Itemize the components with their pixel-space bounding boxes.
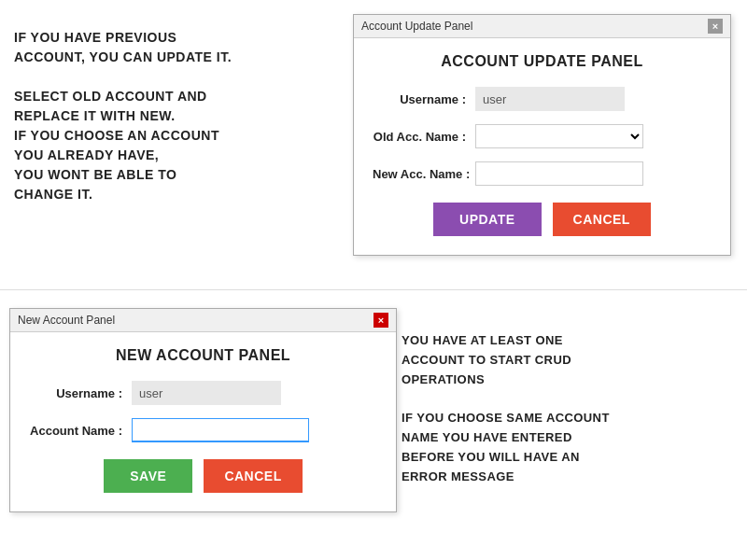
account-update-cancel-button[interactable]: CANCEL: [553, 203, 651, 236]
left-top-instructions: IF YOU HAVE PREVIOUS ACCOUNT, YOU CAN UP…: [14, 28, 350, 204]
new-panel-username-label: Username :: [29, 386, 132, 400]
account-name-label: Account Name :: [29, 424, 132, 438]
account-update-panel-close-button[interactable]: ×: [708, 19, 723, 34]
account-update-panel: Account Update Panel × ACCOUNT UPDATE PA…: [353, 14, 731, 256]
new-acc-label: New Acc. Name :: [373, 167, 475, 181]
old-acc-label: Old Acc. Name :: [373, 130, 475, 144]
account-update-panel-body: ACCOUNT UPDATE PANEL Username : user Old…: [354, 38, 730, 255]
old-acc-row: Old Acc. Name :: [373, 124, 712, 148]
new-acc-input[interactable]: [475, 161, 643, 186]
username-label: Username :: [373, 92, 475, 106]
new-account-panel-body: NEW ACCOUNT PANEL Username : user Accoun…: [10, 332, 396, 511]
new-panel-username-row: Username : user: [29, 381, 377, 405]
new-account-panel-heading: NEW ACCOUNT PANEL: [29, 347, 377, 364]
old-acc-select[interactable]: [475, 124, 643, 148]
account-update-panel-heading: ACCOUNT UPDATE PANEL: [373, 53, 712, 70]
new-account-cancel-button[interactable]: CANCEL: [204, 459, 302, 493]
account-name-row: Account Name :: [29, 418, 377, 442]
new-account-panel-titlebar: New Account Panel ×: [10, 309, 396, 332]
save-button[interactable]: SAVE: [104, 459, 192, 493]
right-bottom-instructions: YOU HAVE AT LEAST ONE ACCOUNT TO START C…: [402, 331, 738, 486]
username-value: user: [475, 87, 625, 111]
new-account-panel-close-button[interactable]: ×: [374, 313, 388, 328]
username-row: Username : user: [373, 87, 712, 111]
account-update-btn-row: UPDATE CANCEL: [373, 203, 712, 236]
account-update-panel-titlebar: Account Update Panel ×: [354, 15, 730, 38]
new-panel-username-value: user: [132, 381, 281, 405]
new-account-panel: New Account Panel × NEW ACCOUNT PANEL Us…: [9, 308, 397, 512]
section-divider: [0, 289, 747, 290]
account-update-panel-title-text: Account Update Panel: [361, 20, 472, 33]
new-acc-row: New Acc. Name :: [373, 161, 712, 186]
new-account-btn-row: SAVE CANCEL: [29, 459, 377, 493]
account-name-input[interactable]: [132, 418, 309, 442]
update-button[interactable]: UPDATE: [433, 203, 542, 236]
new-account-panel-title-text: New Account Panel: [18, 314, 115, 327]
